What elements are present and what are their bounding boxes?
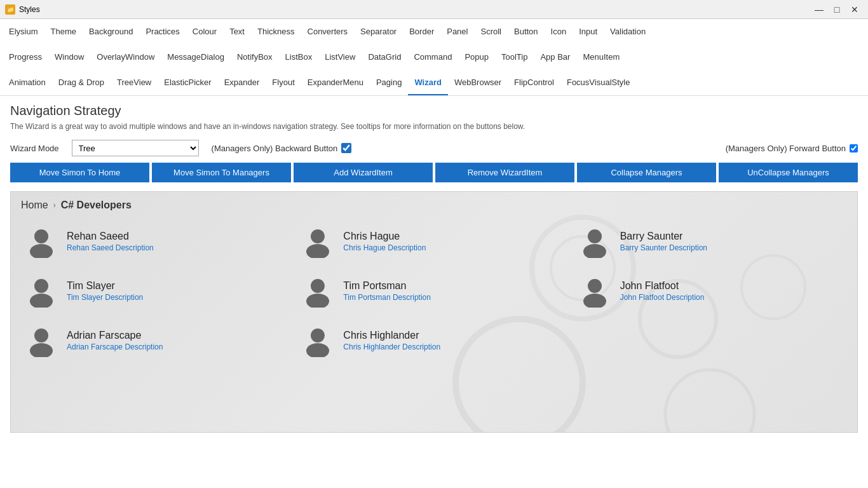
nav-item-webbrowser[interactable]: WebBrowser [448, 70, 508, 95]
backward-button-label: (Managers Only) Backward Button [212, 144, 338, 153]
person-info: Chris HagueChris Hague Description [343, 231, 426, 252]
main-content: Navigation Strategy The Wizard is a grea… [0, 96, 868, 488]
svg-point-13 [30, 294, 53, 308]
nav-item-focusvisualstyle[interactable]: FocusVisualStyle [560, 70, 636, 95]
person-avatar [578, 274, 611, 308]
nav-item-tooltip[interactable]: ToolTip [495, 44, 534, 70]
breadcrumb: Home › C# Developers [11, 192, 857, 219]
nav-item-button[interactable]: Button [508, 19, 545, 44]
nav-item-elasticpicker[interactable]: ElasticPicker [158, 70, 217, 95]
nav-item-drag---drop[interactable]: Drag & Drop [52, 70, 111, 95]
nav-item-treeview[interactable]: TreeView [111, 70, 158, 95]
breadcrumb-separator: › [53, 201, 56, 210]
btn-move-managers[interactable]: Move Simon To Managers [152, 163, 291, 182]
controls-row: Wizard Mode Tree Linear Tab (Managers On… [10, 140, 858, 156]
svg-point-7 [30, 244, 53, 258]
nav-item-overlaywindow[interactable]: OverlayWindow [90, 44, 161, 70]
person-info: Adrian FarscapeAdrian Farscape Descripti… [67, 330, 163, 351]
btn-remove[interactable]: Remove WizardItem [435, 163, 574, 182]
svg-point-18 [34, 329, 48, 342]
minimize-button[interactable]: ― [811, 3, 827, 16]
person-info: Tim SlayerTim Slayer Description [67, 280, 143, 302]
svg-point-12 [34, 279, 48, 293]
nav-item-separator[interactable]: Separator [354, 19, 403, 44]
nav-item-datagrid[interactable]: DataGrid [362, 44, 407, 70]
nav-item-practices[interactable]: Practices [139, 19, 186, 44]
nav-item-animation[interactable]: Animation [3, 70, 52, 95]
nav-item-background[interactable]: Background [83, 19, 139, 44]
person-info: John FlatfootJohn Flatfoot Description [620, 280, 705, 302]
person-description: Chris Highlander Description [343, 342, 440, 351]
nav-item-expander[interactable]: Expander [218, 70, 266, 95]
person-card: Chris HagueChris Hague Description [297, 219, 570, 264]
nav-item-menuitem[interactable]: MenuItem [576, 44, 626, 70]
person-description: Tim Slayer Description [67, 293, 143, 302]
wizard-mode-select[interactable]: Tree Linear Tab [72, 140, 199, 156]
nav-item-text[interactable]: Text [223, 19, 251, 44]
nav-item-wizard[interactable]: Wizard [408, 70, 448, 95]
nav-item-validation[interactable]: Validation [604, 19, 652, 44]
btn-add[interactable]: Add WizardItem [294, 163, 433, 182]
nav-item-theme[interactable]: Theme [44, 19, 83, 44]
nav-item-border[interactable]: Border [403, 19, 440, 44]
nav-item-elysium[interactable]: Elysium [3, 19, 44, 44]
svg-point-17 [583, 294, 606, 308]
person-card: Barry SaunterBarry Saunter Description [574, 219, 847, 264]
page-description: The Wizard is a great way to avoid multi… [10, 122, 858, 131]
btn-move-home[interactable]: Move Simon To Home [10, 163, 149, 182]
nav-row-2: ProgressWindowOverlayWindowMessageDialog… [3, 44, 865, 70]
nav-item-icon[interactable]: Icon [545, 19, 573, 44]
person-description: Rehan Saeed Description [67, 243, 154, 252]
nav-item-messagedialog[interactable]: MessageDialog [161, 44, 231, 70]
nav-item-converters[interactable]: Converters [301, 19, 355, 44]
svg-point-4 [665, 370, 754, 432]
nav-item-flyout[interactable]: Flyout [266, 70, 301, 95]
btn-collapse[interactable]: Collapse Managers [577, 163, 716, 182]
backward-button-checkbox[interactable] [341, 143, 351, 153]
person-name: Rehan Saeed [67, 231, 154, 242]
person-avatar [25, 225, 58, 258]
nav-item-flipcontrol[interactable]: FlipControl [508, 70, 560, 95]
person-avatar [25, 324, 58, 357]
person-description: Tim Portsman Description [343, 293, 431, 302]
nav-item-input[interactable]: Input [573, 19, 604, 44]
svg-point-14 [311, 279, 325, 293]
person-name: Tim Portsman [343, 280, 431, 292]
nav-item-colour[interactable]: Colour [186, 19, 223, 44]
nav-row-1: ElysiumThemeBackgroundPracticesColourTex… [3, 19, 865, 44]
nav-item-panel[interactable]: Panel [440, 19, 474, 44]
nav-item-notifybox[interactable]: NotifyBox [231, 44, 279, 70]
person-info: Barry SaunterBarry Saunter Description [620, 231, 707, 252]
close-button[interactable]: ✕ [846, 3, 863, 16]
svg-point-8 [311, 229, 325, 243]
action-buttons-row: Move Simon To HomeMove Simon To Managers… [10, 163, 858, 182]
btn-uncollapse[interactable]: UnCollapse Managers [719, 163, 858, 182]
svg-point-20 [311, 329, 325, 342]
nav-item-progress[interactable]: Progress [3, 44, 48, 70]
svg-point-9 [306, 244, 329, 258]
nav-item-thickness[interactable]: Thickness [251, 19, 301, 44]
nav-item-listbox[interactable]: ListBox [279, 44, 319, 70]
window-controls: ― □ ✕ [811, 3, 863, 16]
forward-button-checkbox[interactable] [850, 144, 858, 152]
svg-point-6 [34, 229, 48, 243]
nav-item-expandermenu[interactable]: ExpanderMenu [301, 70, 370, 95]
svg-point-11 [583, 244, 606, 258]
person-info: Chris HighlanderChris Highlander Descrip… [343, 330, 440, 351]
nav-item-window[interactable]: Window [48, 44, 90, 70]
wizard-mode-label: Wizard Mode [10, 144, 59, 153]
nav-item-popup[interactable]: Popup [458, 44, 495, 70]
person-description: Adrian Farscape Description [67, 342, 163, 351]
maximize-button[interactable]: □ [829, 3, 845, 16]
nav-item-paging[interactable]: Paging [370, 70, 408, 95]
people-grid: Rehan SaeedRehan Saeed Description Chris… [11, 219, 857, 374]
app-icon: 📁 [5, 4, 15, 15]
nav-item-scroll[interactable]: Scroll [474, 19, 508, 44]
nav-item-command[interactable]: Command [407, 44, 458, 70]
nav-item-listview[interactable]: ListView [318, 44, 362, 70]
person-name: Chris Hague [343, 231, 426, 242]
svg-point-10 [588, 229, 602, 243]
person-card: Tim SlayerTim Slayer Description [21, 268, 294, 314]
nav-item-app-bar[interactable]: App Bar [534, 44, 576, 70]
svg-point-15 [306, 294, 329, 308]
